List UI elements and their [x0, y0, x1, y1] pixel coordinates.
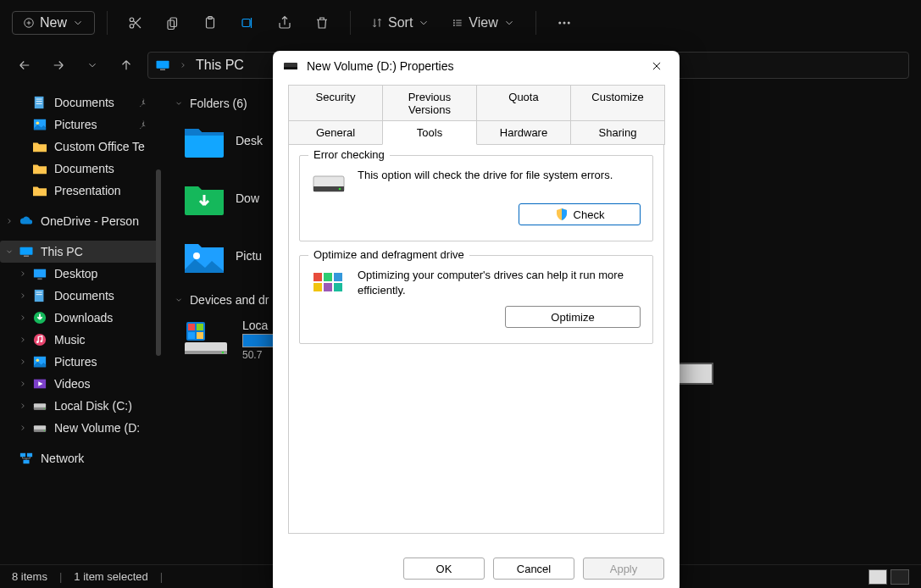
view-tiles-button[interactable]	[890, 569, 909, 585]
chevron-down-icon	[175, 99, 183, 108]
sidebar-item-documents[interactable]: Documents	[0, 92, 161, 114]
view-label: View	[469, 15, 497, 31]
new-button[interactable]: New	[12, 11, 95, 35]
folder-item-pictures[interactable]: Pictu	[183, 237, 262, 275]
sort-icon	[371, 17, 383, 29]
svg-rect-63	[324, 283, 332, 291]
cancel-button[interactable]: Cancel	[493, 557, 574, 580]
sort-button[interactable]: Sort	[363, 10, 438, 36]
sidebar-item-pictures-pc[interactable]: Pictures	[0, 351, 161, 373]
sidebar-item-this-pc[interactable]: This PC	[0, 241, 161, 263]
tab-general[interactable]: General	[288, 120, 383, 145]
sidebar-item-presentation[interactable]: Presentation	[0, 180, 161, 202]
view-button[interactable]: View	[443, 10, 523, 36]
properties-dialog: New Volume (D:) Properties Security Prev…	[273, 51, 680, 588]
chevron-down-icon	[418, 17, 430, 29]
svg-rect-55	[284, 67, 297, 69]
pictures-icon	[32, 355, 47, 369]
folder-label: Desk	[236, 134, 263, 147]
paste-button[interactable]	[194, 10, 226, 36]
back-button[interactable]	[12, 53, 37, 78]
arrow-left-icon	[17, 58, 32, 73]
network-icon	[19, 452, 34, 465]
rename-button[interactable]	[231, 10, 264, 36]
dialog-titlebar[interactable]: New Volume (D:) Properties	[273, 51, 680, 81]
close-button[interactable]	[644, 53, 669, 79]
expand-icon[interactable]	[17, 378, 29, 390]
tab-quota[interactable]: Quota	[476, 85, 571, 121]
svg-rect-19	[36, 103, 42, 104]
view-details-button[interactable]	[868, 569, 887, 585]
drive-item-new-volume-partial[interactable]	[678, 364, 712, 383]
cut-button[interactable]	[119, 10, 152, 36]
sidebar-item-downloads[interactable]: Downloads	[0, 307, 161, 329]
svg-point-10	[454, 25, 455, 25]
sidebar-scrollbar[interactable]	[156, 169, 161, 356]
tab-tools[interactable]: Tools	[382, 120, 477, 145]
delete-button[interactable]	[306, 10, 338, 36]
sidebar-item-label: Network	[41, 452, 84, 465]
chevron-down-icon	[72, 17, 84, 29]
up-button[interactable]	[114, 53, 139, 78]
svg-point-11	[558, 22, 561, 25]
forward-button[interactable]	[46, 53, 71, 78]
sidebar-item-onedrive[interactable]: OneDrive - Person	[0, 210, 161, 232]
more-button[interactable]	[548, 10, 580, 36]
optimize-button[interactable]: Optimize	[505, 306, 641, 328]
sidebar-item-pictures[interactable]: Pictures	[0, 114, 161, 136]
tab-previous-versions[interactable]: Previous Versions	[382, 85, 477, 121]
sidebar-item-music[interactable]: Music	[0, 329, 161, 351]
expand-icon[interactable]	[17, 268, 29, 280]
dialog-tabs: Security Previous Versions Quota Customi…	[273, 81, 680, 144]
optimize-legend: Optimize and defragment drive	[308, 248, 469, 261]
shield-icon	[555, 208, 569, 221]
svg-point-38	[44, 408, 45, 408]
sidebar-item-label: Videos	[54, 377, 91, 391]
svg-rect-17	[36, 99, 42, 100]
expand-icon[interactable]	[3, 215, 15, 227]
expand-icon[interactable]	[17, 400, 29, 412]
sidebar-item-network[interactable]: Network	[0, 447, 161, 469]
copy-button[interactable]	[157, 10, 189, 36]
apply-button[interactable]: Apply	[583, 557, 664, 580]
expand-icon[interactable]	[17, 312, 29, 324]
expand-icon[interactable]	[17, 356, 29, 368]
pictures-icon	[32, 118, 47, 131]
drive-icon	[183, 319, 229, 356]
tab-security[interactable]: Security	[288, 85, 383, 121]
sidebar-item-desktop[interactable]: Desktop	[0, 263, 161, 285]
sidebar-item-label: Downloads	[54, 311, 113, 325]
svg-point-12	[563, 22, 565, 25]
tab-sharing[interactable]: Sharing	[570, 120, 665, 145]
svg-rect-7	[242, 19, 250, 27]
sidebar-item-label: OneDrive - Person	[41, 214, 139, 228]
share-button[interactable]	[269, 10, 301, 36]
expand-icon[interactable]	[17, 422, 29, 434]
folder-item-desktop[interactable]: Desk	[183, 122, 263, 159]
svg-rect-27	[36, 292, 42, 293]
tab-customize[interactable]: Customize	[570, 85, 665, 121]
breadcrumb-this-pc[interactable]: This PC	[196, 58, 244, 73]
check-button[interactable]: Check	[519, 203, 641, 225]
sidebar-item-documents-2[interactable]: Documents	[0, 158, 161, 180]
svg-rect-23	[24, 256, 29, 258]
share-icon	[277, 15, 292, 31]
sidebar-item-custom-office[interactable]: Custom Office Te	[0, 136, 161, 158]
error-checking-legend: Error checking	[308, 148, 390, 161]
recent-button[interactable]	[80, 53, 105, 78]
expand-icon[interactable]	[17, 290, 29, 302]
expand-icon[interactable]	[17, 334, 29, 346]
svg-rect-3	[170, 18, 177, 27]
status-separator: |	[59, 570, 62, 583]
sidebar-item-local-disk-c[interactable]: Local Disk (C:)	[0, 395, 161, 417]
check-button-label: Check	[574, 208, 605, 221]
collapse-icon[interactable]	[3, 246, 15, 258]
group-label: Devices and dr	[190, 293, 269, 307]
sidebar-item-videos[interactable]: Videos	[0, 373, 161, 395]
drive-icon	[283, 61, 298, 71]
ok-button[interactable]: OK	[403, 557, 485, 580]
sidebar-item-documents-pc[interactable]: Documents	[0, 285, 161, 307]
tab-hardware[interactable]: Hardware	[476, 120, 571, 145]
folder-item-downloads[interactable]: Dow	[183, 180, 259, 217]
sidebar-item-new-volume-d[interactable]: New Volume (D:	[0, 417, 161, 439]
